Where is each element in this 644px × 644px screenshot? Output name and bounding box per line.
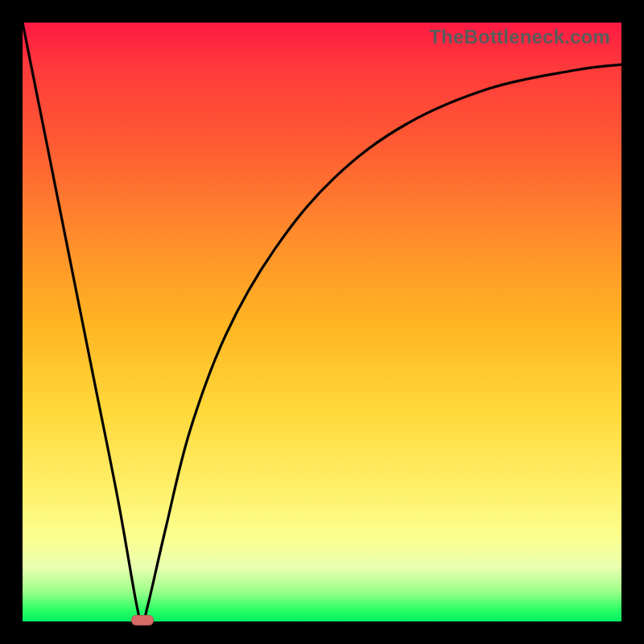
minimum-marker	[131, 615, 154, 625]
curve-path	[23, 23, 621, 621]
bottleneck-curve	[23, 23, 621, 621]
plot-area: TheBottleneck.com	[23, 23, 621, 621]
chart-frame: TheBottleneck.com	[0, 0, 644, 644]
